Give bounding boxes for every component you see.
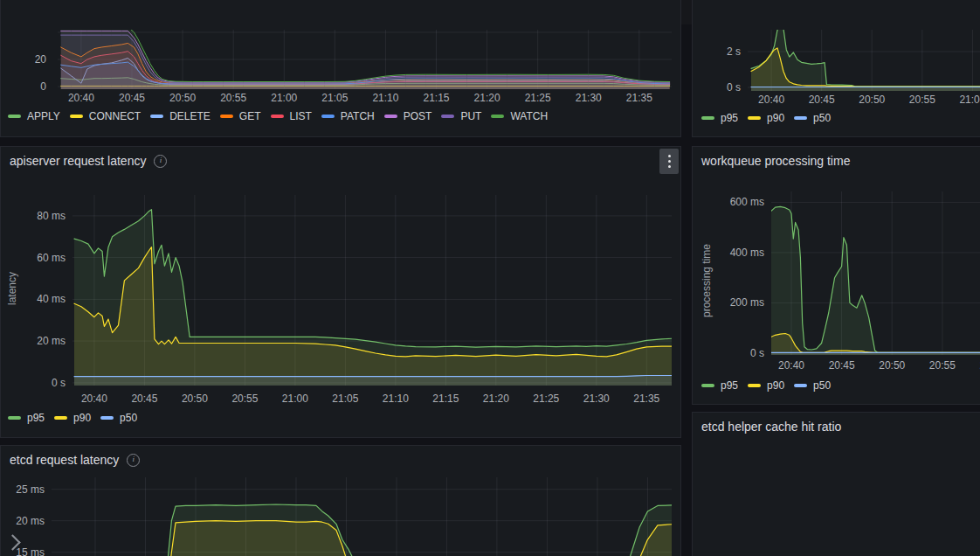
x-tick-label: 21:00 [271,92,297,104]
legend-series-color [8,416,21,420]
legend-series-color [8,115,21,118]
legend-series-label: PUT [460,110,481,122]
legend-series-label: p90 [767,112,784,124]
legend-series-label: PATCH [341,110,375,122]
legend-series-label: p95 [721,112,738,124]
x-tick-label: 20:45 [131,393,157,405]
legend-item-apply[interactable]: APPLY [8,110,60,122]
legend-series-color [220,115,233,118]
legend-item-p50[interactable]: p50 [794,379,831,392]
y-tick-label: 80 ms [1,209,66,223]
legend-series-color [54,416,67,420]
x-tick-label: 20:50 [859,94,885,106]
x-tick-label: 21:05 [321,92,348,104]
legend-item-p95[interactable]: p95 [701,112,738,124]
panel-menu-kebab-icon[interactable] [659,149,679,174]
legend-series-label: p95 [721,379,738,392]
legend-series-color [100,416,114,420]
panel-title: workqueue processing time [701,154,850,168]
legend-item-get[interactable]: GET [220,110,261,122]
legend-item-p95[interactable]: p95 [8,412,45,424]
legend-series-color [794,384,807,387]
x-tick-label: 20:45 [119,92,145,104]
legend-item-p90[interactable]: p90 [54,412,91,424]
legend-series-color [701,384,714,387]
x-tick-label: 21:05 [332,393,358,405]
x-tick-label: 21:20 [483,393,509,405]
legend-item-connect[interactable]: CONNECT [70,110,141,122]
panel-title: etcd helper cache hit ratio [701,420,841,434]
y-tick-label: 0 [1,80,46,94]
x-tick-label: 20:55 [929,359,956,372]
panel-title-text: etcd helper cache hit ratio [701,420,841,434]
panel-title-text: workqueue processing time [701,154,850,168]
info-icon[interactable]: i [127,454,140,467]
x-tick-label: 21:35 [626,92,652,104]
x-tick-label: 20:50 [182,393,208,405]
legend-series-color [701,116,714,120]
y-tick-label: 20 [1,52,46,66]
etcd-request-latency-panel: etcd request latency i 25 ms20 ms15 ms10… [0,445,681,556]
y-tick-label: 2 s [700,45,741,59]
legend-item-list[interactable]: LIST [271,110,312,122]
y-tick-label: 60 ms [1,251,66,265]
legend-item-watch[interactable]: WATCH [491,110,548,122]
chart-plot [771,191,980,355]
legend-series-label: p95 [27,412,45,424]
legend-item-p50[interactable]: p50 [794,112,831,124]
chart-legend: p95p90p50 [8,412,137,424]
legend-item-p50[interactable]: p50 [100,412,137,424]
x-tick-label: 21:00 [959,94,980,106]
x-tick-label: 20:45 [829,359,855,372]
x-tick-label: 21:25 [533,393,559,405]
y-tick-label: 400 ms [710,246,764,260]
legend-series-color [321,115,335,118]
legend-item-p90[interactable]: p90 [748,379,784,392]
legend-item-p95[interactable]: p95 [701,379,738,392]
x-tick-label: 20:55 [909,94,935,106]
x-tick-label: 20:55 [231,393,258,405]
x-tick-label: 20:55 [220,92,246,104]
chart-plot [72,195,672,386]
x-tick-label: 21:30 [583,393,610,405]
y-axis: 0 s20 ms40 ms60 ms80 ms [1,195,66,386]
x-axis: 20:4020:4520:5020:5521:00 [771,359,980,373]
x-tick-label: 20:40 [68,92,94,104]
x-tick-label: 21:30 [576,92,602,104]
chart-legend: p95p90p50 [701,112,831,124]
legend-series-color [384,115,397,118]
x-tick-label: 21:35 [633,393,659,405]
y-tick-label: 20 ms [1,334,66,348]
x-tick-label: 20:40 [81,393,107,405]
y-axis: 020 [1,30,46,89]
legend-item-p90[interactable]: p90 [748,112,784,124]
chart-plot [748,30,980,91]
info-icon[interactable]: i [154,155,167,168]
x-tick-label: 21:10 [372,92,398,104]
panel-title: etcd request latency i [10,453,140,467]
panel-title: apiserver request latency i [10,154,167,168]
apiserver-request-latency-panel: apiserver request latency i latency 0 s2… [0,146,681,438]
y-tick-label: 0 s [1,376,66,390]
legend-series-color [150,115,163,118]
x-tick-label: 21:15 [432,393,459,405]
legend-series-label: APPLY [27,110,60,122]
legend-item-put[interactable]: PUT [441,110,481,122]
legend-series-label: p50 [813,112,831,124]
legend-item-patch[interactable]: PATCH [321,110,375,122]
x-tick-label: 21:00 [282,393,308,405]
x-tick-label: 21:20 [474,92,500,104]
legend-series-label: LIST [290,110,312,122]
legend-series-color [794,116,807,120]
legend-series-color [491,115,504,118]
legend-item-post[interactable]: POST [384,110,432,122]
legend-series-color [271,115,284,118]
legend-series-label: p50 [813,379,831,392]
legend-item-delete[interactable]: DELETE [150,110,210,122]
x-axis: 20:4020:4520:5020:5521:00 [748,94,980,108]
chart-legend: APPLYCONNECTDELETEGETLISTPATCHPOSTPUTWAT… [8,110,548,122]
x-tick-label: 20:50 [169,92,196,104]
y-tick-label: 20 ms [1,514,45,528]
panel-title-text: apiserver request latency [10,154,146,168]
legend-series-label: p90 [767,379,784,392]
